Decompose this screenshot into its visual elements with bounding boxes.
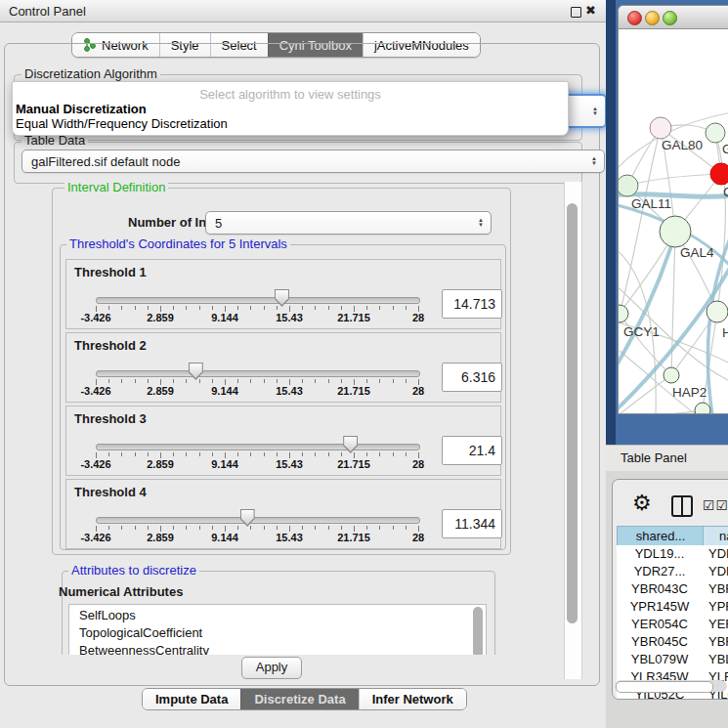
slider-handle[interactable] (343, 436, 358, 453)
slider-tick (148, 379, 149, 383)
slider-track[interactable] (96, 517, 420, 524)
slider-tick (277, 526, 278, 530)
table-hscrollbar-thumb[interactable] (616, 681, 713, 693)
apply-button[interactable]: Apply (241, 657, 302, 679)
network-node[interactable] (619, 305, 628, 322)
slider-tick (135, 452, 136, 456)
network-edge[interactable] (627, 174, 721, 186)
slider-tick (264, 306, 265, 310)
slider-handle[interactable] (189, 363, 203, 380)
slider-tick (302, 452, 303, 456)
network-edge[interactable] (620, 351, 697, 413)
float-panel-icon[interactable] (571, 7, 581, 18)
network-edge[interactable] (671, 232, 675, 375)
threshold-value-field[interactable]: 14.713 (442, 289, 502, 319)
slider-tick-label: 15.43 (276, 532, 303, 543)
numerical-attributes-list[interactable]: SelfLoopsTopologicalCoefficientBetweenne… (68, 604, 487, 655)
network-node[interactable] (650, 117, 671, 139)
slider-tick-label: -3.426 (80, 458, 110, 470)
table-row[interactable]: YBR043CYBR0 (617, 580, 728, 598)
slider-tick (108, 452, 109, 456)
minimize-traffic-light-icon[interactable] (645, 11, 660, 25)
slider-tick (186, 306, 187, 310)
gear-icon[interactable]: ⚙ (632, 491, 652, 516)
slider-tick (199, 452, 200, 456)
network-node[interactable] (710, 163, 728, 185)
close-traffic-light-icon[interactable] (627, 11, 642, 25)
slider-tick (250, 306, 251, 310)
threshold-value-field[interactable]: 21.4 (442, 436, 502, 465)
tab-impute-data[interactable]: Impute Data (143, 689, 240, 709)
slider-tick-label: 15.43 (276, 385, 303, 397)
table-cell-shared-name: YBL079W (617, 651, 703, 668)
slider-handle[interactable] (275, 289, 289, 307)
main-scrollbar-thumb[interactable] (567, 203, 578, 623)
tab-discretize-data[interactable]: Discretize Data (240, 689, 358, 709)
slider-tick (108, 526, 109, 530)
network-window[interactable]: GAL80GACGAL11GAL4GCY1HHAP2 (618, 5, 728, 414)
slider-tick (108, 306, 109, 310)
slider-tick (328, 452, 329, 456)
algorithm-dropdown-popup: Select algorithm to view settings Manual… (12, 81, 569, 136)
network-node-label: GAL11 (631, 196, 671, 211)
table-cell-name: YPR1 (708, 598, 728, 616)
select-columns-checkbox-icons[interactable]: ☑☑ (703, 497, 728, 513)
slider-tick-label: 28 (412, 385, 424, 397)
slider-handle[interactable] (240, 509, 255, 527)
list-item[interactable]: BetweennessCentrality (79, 643, 209, 655)
table-cell-shared-name: YER054C (617, 616, 703, 633)
close-icon[interactable]: ✖ (585, 3, 596, 18)
slider-track[interactable] (96, 444, 420, 450)
menu-item-manual-discretization[interactable]: Manual Discretization (16, 102, 147, 115)
slider-tick (173, 526, 174, 530)
tab-infer-network[interactable]: Infer Network (359, 689, 466, 709)
number-of-intervals-combobox[interactable]: 5 ▲▼ (205, 211, 492, 235)
network-node[interactable] (660, 216, 691, 247)
column-layout-icon[interactable] (671, 495, 693, 517)
slider-tick (250, 379, 251, 383)
slider-tick (237, 379, 238, 383)
slider-tick (264, 379, 265, 383)
table-row[interactable]: YER054CYER0 (617, 616, 728, 633)
table-row[interactable]: YPR145WYPR1 (617, 598, 728, 616)
slider-tick-label: -3.426 (80, 532, 110, 543)
table-data-combobox[interactable]: galFiltered.sif default node ▲▼ (21, 150, 605, 173)
slider-tick (199, 526, 200, 530)
list-item[interactable]: SelfLoops (79, 608, 136, 625)
list-item[interactable]: TopologicalCoefficient (79, 625, 202, 643)
slider-tick (341, 306, 342, 310)
discretization-algorithm-title: Discretization Algorithm (21, 67, 160, 80)
slider-tick (186, 379, 187, 383)
column-header-shared[interactable]: shared... (617, 526, 705, 547)
slider-tick (366, 379, 367, 383)
network-node[interactable] (707, 301, 728, 322)
numerical-attributes-label: Numerical Attributes (59, 584, 183, 599)
slider-track[interactable] (96, 297, 420, 304)
network-canvas[interactable]: GAL80GACGAL11GAL4GCY1HHAP2 (619, 28, 728, 413)
table-row[interactable]: YDR27...YDR2 (617, 563, 728, 580)
table-row[interactable]: YBL079WYBL0 (617, 651, 728, 668)
threshold-value-field[interactable]: 6.316 (442, 363, 502, 392)
table-panel-container: ⚙ ☑☑ shared... na YDL19...YDL1YDR27...YD… (612, 479, 728, 700)
table-hscrollbar-track[interactable] (615, 680, 727, 692)
slider-tick (237, 526, 238, 530)
network-node[interactable] (619, 175, 638, 196)
table-row[interactable]: YBR045CYBR0 (617, 633, 728, 651)
network-node[interactable] (706, 123, 725, 143)
network-node[interactable] (695, 403, 710, 413)
slider-track[interactable] (96, 370, 420, 377)
slider-tick (173, 379, 174, 383)
table-row[interactable]: YDL19...YDL1 (617, 545, 728, 563)
table-cell-name: YBR0 (708, 580, 728, 598)
slider-tick (302, 526, 303, 530)
network-node[interactable] (664, 367, 679, 383)
network-edge[interactable] (619, 234, 675, 368)
list-scrollbar-thumb[interactable] (473, 607, 483, 655)
threshold-value-field[interactable]: 11.344 (442, 509, 502, 538)
slider-tick (379, 379, 380, 383)
zoom-traffic-light-icon[interactable] (663, 11, 677, 25)
combo-stepper-icon: ▲▼ (478, 218, 484, 228)
menu-item-equal-width-frequency[interactable]: Equal Width/Frequency Discretization (16, 116, 228, 130)
column-header-name[interactable]: na (703, 526, 728, 547)
slider-tick (135, 306, 136, 310)
